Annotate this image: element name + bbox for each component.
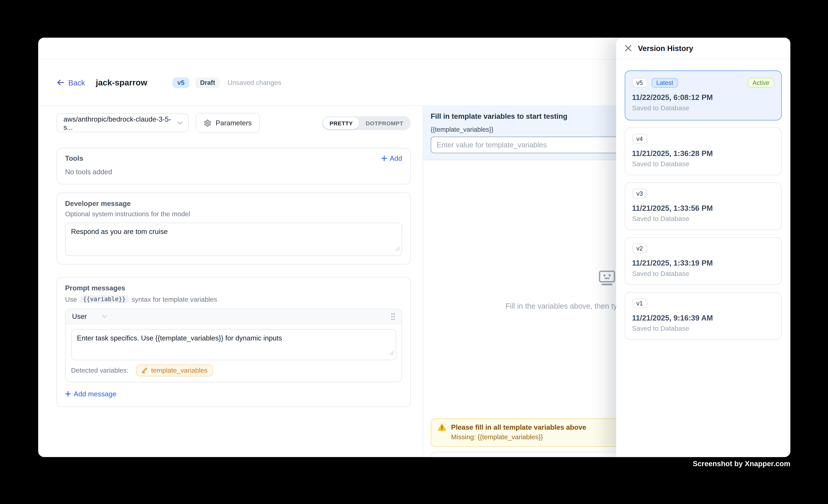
developer-message-card: Developer message Optional system instru…: [56, 193, 411, 265]
warning-icon: [438, 423, 446, 431]
draft-badge: Draft: [195, 77, 220, 88]
detected-variable-badge[interactable]: template_variables: [136, 365, 213, 376]
developer-message-subtitle: Optional system instructions for the mod…: [65, 210, 402, 218]
plus-icon: [65, 391, 71, 397]
plus-icon: [381, 156, 387, 161]
resize-handle-icon[interactable]: [389, 348, 394, 358]
gear-icon: [204, 119, 211, 127]
version-card-v4[interactable]: v4 11/21/2025, 1:36:28 PM Saved to Datab…: [625, 127, 782, 175]
detected-variables-row: Detected variables: template_variables: [71, 365, 396, 376]
version-badge: v5: [172, 77, 189, 88]
variable-syntax-chip: {{variable}}: [80, 295, 128, 303]
hint-suffix: syntax for template variables: [131, 295, 217, 303]
version-status: Saved to Database: [632, 270, 774, 278]
bot-icon: [598, 270, 615, 288]
version-card-v2[interactable]: v2 11/21/2025, 1:33:19 PM Saved to Datab…: [625, 237, 782, 285]
add-message-button[interactable]: Add message: [65, 390, 402, 398]
tools-title: Tools: [65, 154, 83, 162]
detected-variables-label: Detected variables:: [71, 367, 128, 374]
add-message-label: Add message: [74, 390, 116, 398]
version-status: Saved to Database: [632, 104, 774, 112]
editor-toolbar: aws/anthropic/bedrock-claude-3-5-s... Pa…: [56, 113, 411, 133]
role-select[interactable]: User: [72, 312, 108, 321]
prompt-editor-panel: aws/anthropic/bedrock-claude-3-5-s... Pa…: [38, 106, 423, 457]
unsaved-changes-label: Unsaved changes: [227, 79, 281, 86]
model-select-value: aws/anthropic/bedrock-claude-3-5-s...: [64, 115, 177, 131]
arrow-left-icon: [56, 79, 65, 87]
resize-handle-icon[interactable]: [395, 244, 400, 253]
prompt-messages-card: Prompt messages Use {{variable}} syntax …: [56, 277, 411, 407]
version-history-header: Version History: [616, 38, 790, 59]
version-history-drawer: Version History v5 Latest Active 11/22/2…: [616, 38, 790, 457]
hint-prefix: Use: [65, 295, 77, 303]
version-timestamp: 11/21/2025, 1:33:19 PM: [632, 259, 774, 267]
drag-handle-icon[interactable]: [391, 312, 395, 320]
version-status: Saved to Database: [632, 160, 774, 168]
model-select[interactable]: aws/anthropic/bedrock-claude-3-5-s...: [56, 114, 189, 132]
tools-empty-text: No tools added: [65, 168, 402, 176]
message-block: User Enter task specifics. Use {{templat…: [65, 309, 402, 382]
active-badge: Active: [748, 78, 774, 87]
toggle-pretty[interactable]: PRETTY: [323, 117, 359, 129]
version-tag: v5: [632, 78, 647, 87]
screenshot-stage: Back jack-sparrow v5 Draft Unsaved chang…: [0, 0, 828, 504]
developer-message-input[interactable]: Respond as you are tom cruise: [65, 223, 402, 256]
version-status: Saved to Database: [632, 325, 774, 332]
view-mode-toggle: PRETTY DOTPROMPT: [322, 116, 411, 130]
xnapper-watermark: Screenshot by Xnapper.com: [693, 460, 790, 468]
detected-variable-name: template_variables: [151, 367, 208, 374]
back-button[interactable]: Back: [56, 78, 85, 87]
user-message-input[interactable]: Enter task specifics. Use {{template_var…: [71, 329, 396, 361]
version-timestamp: 11/21/2025, 9:16:39 AM: [632, 313, 774, 322]
close-icon[interactable]: [625, 45, 631, 51]
version-status: Saved to Database: [632, 215, 774, 223]
chevron-down-icon: [177, 120, 183, 125]
app-window: Back jack-sparrow v5 Draft Unsaved chang…: [38, 38, 790, 457]
version-tag: v3: [632, 189, 647, 198]
version-timestamp: 11/22/2025, 6:08:12 PM: [632, 93, 774, 101]
empty-state-text: Fill in the variables above, then typ: [505, 302, 621, 310]
version-card-v3[interactable]: v3 11/21/2025, 1:33:56 PM Saved to Datab…: [625, 182, 782, 230]
role-select-value: User: [72, 312, 87, 321]
version-card-v1[interactable]: v1 11/21/2025, 9:16:39 AM Saved to Datab…: [625, 292, 782, 340]
parameters-button[interactable]: Parameters: [196, 113, 260, 133]
developer-message-title: Developer message: [65, 200, 402, 208]
version-tag: v1: [632, 298, 647, 308]
version-tag: v4: [632, 134, 647, 143]
message-body: Enter task specifics. Use {{template_var…: [66, 324, 402, 382]
add-tool-button[interactable]: Add: [381, 154, 402, 162]
pencil-icon: [141, 367, 148, 374]
version-timestamp: 11/21/2025, 1:36:28 PM: [632, 149, 774, 158]
chevron-down-icon: [102, 314, 108, 319]
add-tool-label: Add: [390, 154, 402, 162]
latest-badge: Latest: [652, 78, 678, 87]
back-label: Back: [68, 78, 85, 87]
parameters-label: Parameters: [216, 119, 252, 127]
message-header: User: [66, 309, 402, 324]
version-card-v5[interactable]: v5 Latest Active 11/22/2025, 6:08:12 PM …: [625, 70, 782, 120]
tools-card: Tools Add No tools added: [56, 148, 411, 184]
version-history-title: Version History: [638, 44, 693, 52]
version-timestamp: 11/21/2025, 1:33:56 PM: [632, 204, 774, 212]
prompt-messages-title: Prompt messages: [65, 284, 402, 292]
toggle-dotprompt[interactable]: DOTPROMPT: [359, 117, 410, 129]
page-title: jack-sparrow: [96, 78, 147, 87]
variable-syntax-hint: Use {{variable}} syntax for template var…: [65, 295, 402, 303]
version-tag: v2: [632, 244, 647, 253]
version-list: v5 Latest Active 11/22/2025, 6:08:12 PM …: [616, 59, 790, 340]
warning-title: Please fill in all template variables ab…: [451, 423, 586, 431]
